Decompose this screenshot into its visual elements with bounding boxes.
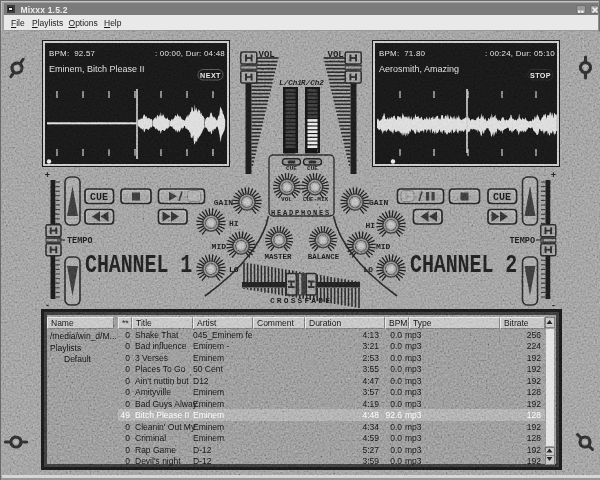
svg-text:GAIN: GAIN: [214, 198, 233, 207]
svg-text:LO: LO: [363, 265, 373, 274]
svg-text:HI: HI: [229, 219, 239, 228]
svg-text:: 00:24, Dur: 05:10: : 00:24, Dur: 05:10: [485, 49, 555, 58]
svg-text:L/Ch1: L/Ch1: [279, 79, 302, 87]
svg-text:HI: HI: [365, 221, 375, 230]
svg-text:Eminem, Bitch Please II: Eminem, Bitch Please II: [49, 64, 145, 74]
svg-text:CHANNEL 2: CHANNEL 2: [410, 251, 517, 280]
svg-text:Aerosmith, Amazing: Aerosmith, Amazing: [379, 64, 459, 74]
svg-text:CUE: CUE: [307, 165, 318, 172]
svg-text:VOL: VOL: [281, 196, 292, 203]
svg-text:CUE: CUE: [493, 192, 511, 203]
svg-text:BPM: 92.57: BPM: 92.57: [49, 49, 96, 58]
svg-text:CUE: CUE: [90, 192, 108, 203]
svg-text:: 00:00, Dur: 04:48: : 00:00, Dur: 04:48: [155, 49, 225, 58]
svg-text:NEXT: NEXT: [200, 71, 221, 80]
svg-text:MID: MID: [376, 242, 391, 251]
svg-text:STOP: STOP: [530, 71, 551, 80]
svg-text:TEMPO: TEMPO: [67, 236, 93, 246]
svg-text:+: +: [45, 170, 50, 180]
svg-text:CUE-MIX: CUE-MIX: [303, 196, 329, 203]
svg-text:HEADPHONES: HEADPHONES: [271, 209, 331, 217]
svg-text:CROSSFADE: CROSSFADE: [270, 296, 332, 305]
svg-text:R/Ch2: R/Ch2: [301, 79, 324, 87]
svg-text:CHANNEL 1: CHANNEL 1: [85, 251, 192, 280]
svg-text:MID: MID: [212, 242, 227, 251]
svg-text:MASTER: MASTER: [264, 253, 292, 261]
svg-text:GAIN: GAIN: [369, 198, 388, 207]
svg-text:BALANCE: BALANCE: [308, 253, 340, 261]
svg-text:TEMPO: TEMPO: [509, 236, 535, 246]
svg-text:BPM: 71.80: BPM: 71.80: [379, 49, 426, 58]
svg-text:CUE: CUE: [286, 165, 297, 172]
svg-text:+: +: [551, 170, 556, 180]
svg-text:LO: LO: [229, 265, 239, 274]
